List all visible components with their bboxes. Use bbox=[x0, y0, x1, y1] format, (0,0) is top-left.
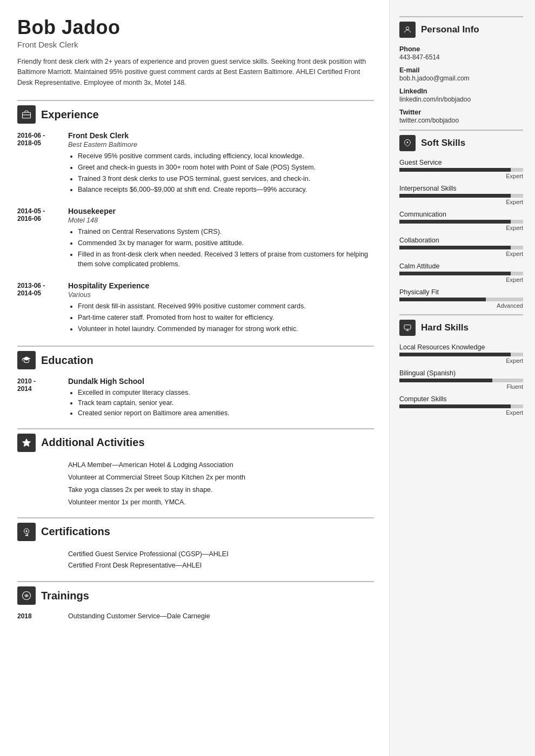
trainings-section: Trainings 2018 Outstanding Customer Serv… bbox=[17, 581, 374, 620]
exp-bullet: Commended 3x by manager for warm, positi… bbox=[78, 238, 374, 248]
skill-name: Guest Service bbox=[399, 159, 523, 166]
soft-skill-item: Collaboration Expert bbox=[399, 237, 523, 257]
job-title: Housekeeper bbox=[68, 207, 374, 215]
personal-info-list: Phone 443-847-6514 E-mail bob.h.jadoo@gm… bbox=[399, 45, 523, 124]
edu-bullet: Created senior report on Baltimore area … bbox=[78, 408, 230, 418]
exp-bullet: Volunteer in hotel laundry. Commended by… bbox=[78, 324, 374, 334]
skill-level: Expert bbox=[399, 173, 523, 179]
skill-name: Collaboration bbox=[399, 237, 523, 244]
skill-level: Expert bbox=[399, 276, 523, 283]
exp-dates: 2014-05 -2016-06 bbox=[17, 207, 61, 271]
activity-item: Volunteer mentor 1x per month, YMCA. bbox=[68, 497, 374, 508]
activity-item: Volunteer at Commercial Street Soup Kitc… bbox=[68, 472, 374, 483]
skill-level: Fluent bbox=[399, 383, 523, 390]
info-label: Twitter bbox=[399, 109, 523, 116]
skill-name: Local Resources Knowledge bbox=[399, 343, 523, 351]
company: Various bbox=[68, 291, 374, 299]
svg-rect-0 bbox=[23, 112, 31, 118]
skill-level: Advanced bbox=[399, 302, 523, 309]
skill-name: Interpersonal Skills bbox=[399, 185, 523, 192]
training-text: Outstanding Customer Service—Dale Carneg… bbox=[68, 612, 210, 620]
exp-dates: 2013-06 -2014-05 bbox=[17, 281, 61, 335]
experience-section: Experience 2016-06 -2018-05 Front Desk C… bbox=[17, 100, 374, 335]
skill-bar-fill bbox=[399, 353, 511, 356]
soft-skills-icon bbox=[399, 135, 416, 151]
certification-item: Certified Front Desk Representative—AHLE… bbox=[68, 560, 374, 571]
exp-bullet: Filled in as front-desk clerk when neede… bbox=[78, 249, 374, 270]
skill-bar-fill bbox=[399, 272, 511, 275]
skill-bar-fill bbox=[399, 298, 486, 301]
education-title: Education bbox=[41, 354, 93, 367]
certifications-title: Certifications bbox=[41, 525, 110, 538]
certifications-icon bbox=[17, 523, 36, 541]
skill-bar-bg bbox=[399, 404, 523, 408]
hard-skills-list: Local Resources Knowledge Expert Bilingu… bbox=[399, 343, 523, 416]
education-item: 2010 -2014 Dundalk High School Excelled … bbox=[17, 377, 374, 418]
skill-bar-fill bbox=[399, 246, 511, 249]
school-name: Dundalk High School bbox=[68, 377, 230, 386]
skill-bar-bg bbox=[399, 379, 523, 382]
hard-skills-header: Hard Skills bbox=[399, 314, 523, 336]
edu-bullets: Excelled in computer literacy classes.Tr… bbox=[68, 388, 230, 418]
training-item: 2018 Outstanding Customer Service—Dale C… bbox=[17, 612, 374, 620]
skill-bar-bg bbox=[399, 194, 523, 198]
exp-bullet: Part-time caterer staff. Promoted from h… bbox=[78, 313, 374, 323]
trainings-header: Trainings bbox=[17, 581, 374, 605]
info-value: linkedin.com/in/bobjadoo bbox=[399, 96, 523, 103]
skill-level: Expert bbox=[399, 225, 523, 231]
info-label: E-mail bbox=[399, 66, 523, 74]
activities-list: AHLA Member—American Hotel & Lodging Ass… bbox=[17, 460, 374, 508]
skill-bar-bg bbox=[399, 298, 523, 301]
exp-content: Hospitality Experience Various Front des… bbox=[68, 281, 374, 335]
edu-bullet: Track team captain, senior year. bbox=[78, 398, 230, 408]
activity-item: AHLA Member—American Hotel & Lodging Ass… bbox=[68, 460, 374, 470]
experience-header: Experience bbox=[17, 100, 374, 124]
skill-bar-fill bbox=[399, 379, 492, 382]
edu-dates: 2010 -2014 bbox=[17, 377, 61, 418]
personal-info-item: E-mail bob.h.jadoo@gmail.com bbox=[399, 66, 523, 82]
training-year: 2018 bbox=[17, 612, 61, 620]
soft-skills-list: Guest Service Expert Interpersonal Skill… bbox=[399, 159, 523, 309]
skill-bar-fill bbox=[399, 168, 511, 172]
exp-dates: 2016-06 -2018-05 bbox=[17, 131, 61, 196]
svg-point-4 bbox=[26, 530, 28, 532]
soft-skill-item: Physically Fit Advanced bbox=[399, 288, 523, 309]
skill-bar-fill bbox=[399, 194, 511, 198]
certifications-section: Certifications Certified Guest Service P… bbox=[17, 517, 374, 572]
job-title: Front Desk Clerk bbox=[68, 131, 374, 140]
hard-skills-icon bbox=[399, 320, 416, 336]
personal-info-item: Phone 443-847-6514 bbox=[399, 45, 523, 61]
info-value: 443-847-6514 bbox=[399, 53, 523, 61]
right-column: Personal Info Phone 443-847-6514 E-mail … bbox=[389, 0, 535, 756]
soft-skill-item: Calm Attitude Expert bbox=[399, 262, 523, 283]
svg-rect-8 bbox=[404, 325, 411, 329]
certifications-list: Certified Guest Service Professional (CG… bbox=[17, 549, 374, 572]
resume-container: Bob Jadoo Front Desk Clerk Friendly fron… bbox=[0, 0, 535, 756]
hard-skill-item: Computer Skills Expert bbox=[399, 395, 523, 416]
skill-bar-bg bbox=[399, 246, 523, 249]
exp-bullets: Front desk fill-in assistant. Received 9… bbox=[68, 301, 374, 334]
exp-bullet: Front desk fill-in assistant. Received 9… bbox=[78, 301, 374, 312]
activities-header: Additional Activities bbox=[17, 428, 374, 452]
skill-bar-bg bbox=[399, 272, 523, 275]
skill-name: Bilingual (Spanish) bbox=[399, 369, 523, 377]
soft-skill-item: Communication Expert bbox=[399, 211, 523, 231]
hard-skill-item: Bilingual (Spanish) Fluent bbox=[399, 369, 523, 390]
experience-icon bbox=[17, 105, 36, 124]
exp-content: Front Desk Clerk Best Eastern Baltimore … bbox=[68, 131, 374, 196]
education-icon bbox=[17, 351, 36, 369]
trainings-icon bbox=[17, 586, 36, 605]
candidate-title: Front Desk Clerk bbox=[17, 40, 374, 49]
svg-point-7 bbox=[406, 27, 409, 30]
candidate-name: Bob Jadoo bbox=[17, 16, 374, 39]
skill-bar-fill bbox=[399, 404, 511, 408]
skill-bar-bg bbox=[399, 220, 523, 224]
soft-skills-header: Soft Skills bbox=[399, 130, 523, 151]
hard-skills-title: Hard Skills bbox=[421, 322, 469, 333]
soft-skill-item: Guest Service Expert bbox=[399, 159, 523, 179]
exp-bullet: Greet and check-in guests in 300+ room h… bbox=[78, 163, 374, 173]
experience-item: 2016-06 -2018-05 Front Desk Clerk Best E… bbox=[17, 131, 374, 196]
certifications-header: Certifications bbox=[17, 517, 374, 541]
activities-section: Additional Activities AHLA Member—Americ… bbox=[17, 428, 374, 508]
candidate-summary: Friendly front desk clerk with 2+ years … bbox=[17, 57, 374, 88]
